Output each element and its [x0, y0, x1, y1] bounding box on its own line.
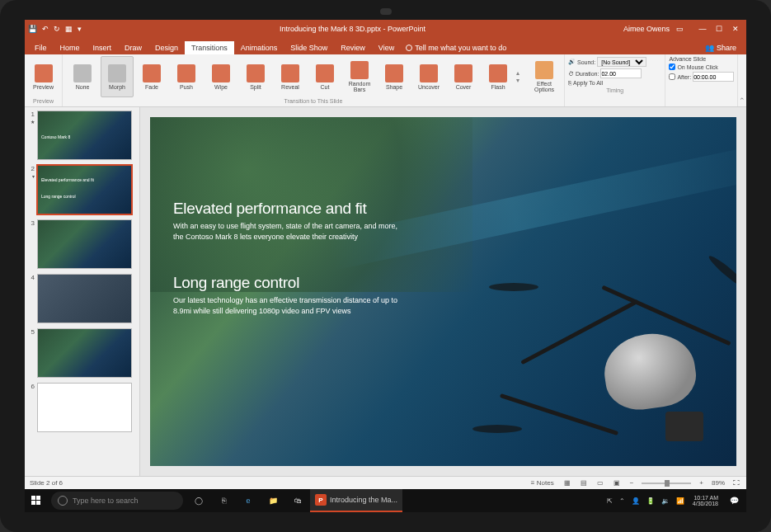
transition-fade[interactable]: Fade [135, 56, 168, 97]
cortana-icon [58, 496, 68, 506]
tab-insert[interactable]: Insert [87, 41, 119, 54]
tab-transitions[interactable]: Transitions [185, 41, 234, 54]
transition-uncover[interactable]: Uncover [412, 56, 445, 97]
task-view-icon[interactable]: ⎘ [211, 489, 236, 512]
ribbon-group-preview: Preview Preview [25, 54, 63, 106]
slide-heading-2: Long range control [173, 274, 404, 292]
effect-options-button[interactable]: Effect Options [528, 56, 561, 97]
redo-icon[interactable]: ↻ [54, 25, 60, 33]
close-button[interactable]: ✕ [728, 25, 743, 33]
cover-icon [454, 64, 472, 82]
collapse-ribbon-button[interactable]: ⌃ [738, 54, 746, 106]
zoom-percentage[interactable]: 89% [712, 479, 725, 487]
edge-icon[interactable]: e [236, 489, 261, 512]
zoom-in-button[interactable]: + [698, 479, 705, 487]
notes-button[interactable]: ≡ Notes [529, 479, 556, 487]
thumbnail-2[interactable]: 2▾ Elevated performance and fitLong rang… [26, 165, 138, 214]
save-icon[interactable]: 💾 [28, 25, 37, 33]
slide-sorter-view-icon[interactable]: ▤ [579, 479, 589, 487]
transition-cover[interactable]: Cover [447, 56, 480, 97]
zoom-handle[interactable] [665, 480, 670, 487]
share-button[interactable]: 👥 Share [698, 41, 743, 54]
slide-text-block-2[interactable]: Long range control Our latest technology… [173, 274, 404, 316]
tray-connect-icon[interactable]: ⇱ [607, 497, 613, 505]
preview-label: Preview [33, 84, 54, 90]
slide-thumbnail-panel[interactable]: 1★ Contoso Mark 8 2▾ Elevated performanc… [25, 107, 140, 476]
undo-icon[interactable]: ↶ [42, 25, 49, 33]
advance-slide-label: Advance Slide [669, 56, 734, 62]
transition-wipe[interactable]: Wipe [205, 56, 237, 97]
sound-dropdown[interactable]: [No Sound] [597, 57, 646, 67]
tab-view[interactable]: View [372, 41, 401, 54]
thumbnail-5[interactable]: 5 [26, 328, 138, 378]
tray-battery-icon[interactable]: 🔋 [646, 497, 655, 505]
duration-input[interactable] [600, 68, 642, 78]
reading-view-icon[interactable]: ▭ [595, 479, 605, 487]
tray-people-icon[interactable]: 👤 [632, 497, 640, 505]
slide-text-block-1[interactable]: Elevated performance and fit With an eas… [173, 200, 404, 242]
tab-animations[interactable]: Animations [234, 41, 284, 54]
after-input[interactable] [693, 72, 734, 82]
tab-review[interactable]: Review [334, 41, 372, 54]
tab-home[interactable]: Home [54, 41, 87, 54]
transition-morph[interactable]: Morph [101, 56, 134, 97]
maximize-button[interactable]: ☐ [712, 25, 726, 33]
tab-draw[interactable]: Draw [118, 41, 148, 54]
taskbar-app-powerpoint[interactable]: P Introducing the Ma... [310, 489, 402, 512]
taskbar-clock[interactable]: 10:17 AM 4/30/2018 [689, 495, 722, 506]
user-name[interactable]: Aimee Owens [623, 25, 670, 33]
tray-volume-icon[interactable]: 🔉 [661, 497, 670, 505]
transition-push[interactable]: Push [170, 56, 203, 97]
slide-canvas-area[interactable]: Elevated performance and fit With an eas… [140, 107, 746, 476]
zoom-slider[interactable] [642, 483, 691, 484]
tray-chevron-icon[interactable]: ⌃ [619, 497, 625, 505]
thumbnail-1[interactable]: 1★ Contoso Mark 8 [26, 111, 138, 160]
normal-view-icon[interactable]: ▦ [562, 479, 572, 487]
transition-split[interactable]: Split [239, 56, 272, 97]
tab-file[interactable]: File [28, 41, 54, 54]
transition-none[interactable]: None [66, 56, 99, 97]
after-checkbox[interactable] [669, 73, 675, 80]
on-mouse-click-checkbox[interactable] [669, 64, 675, 70]
taskbar-search[interactable]: Type here to search [51, 492, 183, 510]
svg-rect-3 [36, 501, 40, 505]
random-bars-icon [350, 61, 369, 79]
slideshow-view-icon[interactable]: ▣ [612, 479, 622, 487]
slide-paragraph-1: With an easy to use flight system, state… [173, 221, 404, 242]
cortana-voice-icon[interactable]: ◯ [186, 489, 211, 512]
transition-cut[interactable]: Cut [308, 56, 341, 97]
tray-wifi-icon[interactable]: 📶 [676, 497, 684, 505]
start-from-beginning-icon[interactable]: ▦ [65, 25, 73, 33]
windows-taskbar: Type here to search ◯ ⎘ e 📁 🛍 P Introduc… [25, 489, 746, 512]
start-button[interactable] [25, 489, 48, 512]
tab-slide-show[interactable]: Slide Show [284, 41, 334, 54]
screen: 💾 ↶ ↻ ▦ ▾ Introducing the Mark 8 3D.pptx… [25, 20, 746, 512]
minimize-button[interactable]: — [695, 25, 710, 33]
duration-label: Duration: [576, 71, 599, 77]
ribbon-display-options-icon[interactable]: ▭ [676, 25, 684, 33]
apply-all-icon: ⎘ [568, 80, 571, 86]
transition-flash[interactable]: Flash [482, 56, 515, 97]
action-center-icon[interactable]: 💬 [722, 489, 746, 512]
transition-random-bars[interactable]: Random Bars [343, 56, 376, 97]
wipe-icon [212, 64, 230, 82]
tell-me-search[interactable]: Tell me what you want to do [401, 41, 511, 54]
quick-access-toolbar: 💾 ↶ ↻ ▦ ▾ [28, 25, 82, 33]
file-explorer-icon[interactable]: 📁 [261, 489, 285, 512]
apply-to-all-button[interactable]: Apply To All [573, 80, 603, 86]
tab-design[interactable]: Design [148, 41, 185, 54]
effect-options-icon [535, 61, 553, 79]
ribbon-group-advance: Advance Slide On Mouse Click After: [665, 54, 738, 106]
fit-to-window-icon[interactable]: ⛶ [731, 479, 741, 487]
zoom-out-button[interactable]: − [628, 479, 636, 487]
preview-button[interactable]: Preview [28, 56, 59, 97]
store-icon[interactable]: 🛍 [285, 489, 310, 512]
slide-counter[interactable]: Slide 2 of 6 [30, 479, 63, 487]
current-slide[interactable]: Elevated performance and fit With an eas… [150, 117, 736, 466]
thumbnail-4[interactable]: 4 [26, 274, 138, 323]
transition-shape[interactable]: Shape [378, 56, 411, 97]
transition-reveal[interactable]: Reveal [274, 56, 307, 97]
thumbnail-3[interactable]: 3 [26, 219, 138, 269]
transitions-gallery-more[interactable]: ▴▾ [516, 56, 526, 97]
thumbnail-6[interactable]: 6 [26, 383, 138, 432]
